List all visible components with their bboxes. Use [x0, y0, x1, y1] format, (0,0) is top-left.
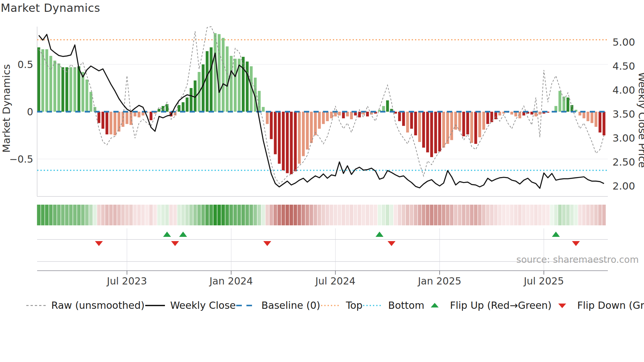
heatmap-cell — [398, 205, 402, 225]
heatmap-cell — [302, 205, 305, 225]
dynamics-bar — [366, 112, 369, 116]
dynamics-bar — [314, 112, 317, 135]
dynamics-bar — [482, 112, 485, 130]
right-tick-label: 5.00 — [612, 36, 635, 48]
heatmap-cell — [350, 205, 353, 225]
heatmap-cell — [498, 205, 502, 225]
heatmap-cell — [165, 205, 169, 225]
heatmap-cell — [386, 205, 389, 225]
dynamics-bar — [430, 112, 433, 157]
legend-item-4: Bottom — [362, 300, 424, 311]
heatmap-cell — [125, 205, 129, 225]
dynamics-bar — [85, 79, 88, 112]
dynamics-bar — [338, 112, 341, 116]
heatmap-cell — [149, 205, 153, 225]
gridlines — [37, 27, 608, 196]
heatmap-cell — [238, 205, 241, 225]
flip-up-markers — [163, 232, 560, 237]
dynamics-bar — [37, 47, 40, 112]
dynamics-bar — [190, 88, 193, 112]
legend: Raw (unsmoothed)Weekly CloseBaseline (0)… — [26, 300, 620, 311]
heatmap-cell — [181, 205, 185, 225]
dynamics-bar — [486, 112, 489, 124]
legend-label: Flip Down (Green→Red) — [577, 300, 644, 311]
dynamics-bar — [398, 112, 401, 121]
legend-label: Bottom — [388, 300, 424, 311]
dynamics-bar — [102, 112, 104, 129]
legend-item-0: Raw (unsmoothed) — [26, 300, 145, 311]
legend-item-2: Baseline (0) — [236, 300, 320, 311]
heatmap-cell — [470, 205, 473, 225]
legend-item-6: Flip Down (Green→Red) — [552, 300, 644, 311]
dynamics-bar — [230, 56, 233, 112]
flip-up-triangle — [376, 232, 383, 237]
dynamics-bar — [438, 112, 441, 151]
heatmap-cell — [145, 205, 149, 225]
heatmap-cell — [109, 205, 113, 225]
right-tick-label: 4.50 — [612, 60, 635, 72]
heatmap-strip — [37, 205, 606, 225]
heatmap-cell — [173, 205, 177, 225]
heatmap-cell — [590, 205, 594, 225]
dynamics-bar — [109, 112, 112, 134]
heatmap-cell — [81, 205, 85, 225]
heatmap-cell — [442, 205, 446, 225]
flip-up-triangle — [552, 232, 560, 237]
heatmap-cell — [242, 205, 245, 225]
left-tick-label: 0 — [27, 106, 33, 118]
heatmap-cell — [133, 205, 137, 225]
heatmap-cell — [249, 205, 253, 225]
heatmap-cell — [358, 205, 361, 225]
dynamics-bar — [406, 112, 409, 132]
heatmap-cell — [502, 205, 506, 225]
heatmap-cell — [258, 205, 261, 225]
heatmap-cell — [374, 205, 377, 225]
heatmap-cell — [394, 205, 397, 225]
heatmap-cell — [141, 205, 145, 225]
right-axis-title: Weekly Close Price — [636, 72, 644, 168]
dynamics-bar — [478, 112, 481, 137]
dynamics-bar — [266, 112, 269, 124]
heatmap-cell — [229, 205, 233, 225]
flip-down-triangle — [572, 241, 580, 246]
dynamics-bar — [302, 112, 305, 156]
x-axis: Jul 2023Jan 2024Jul 2024Jan 2025Jul 2025 — [106, 271, 564, 287]
heatmap-cell — [53, 205, 57, 225]
heatmap-cell — [438, 205, 442, 225]
heatmap-cell — [382, 205, 385, 225]
heatmap-cell — [594, 205, 598, 225]
dynamics-bar — [583, 112, 586, 118]
heatmap-cell — [201, 205, 205, 225]
heatmap-cell — [205, 205, 209, 225]
dynamics-bar — [270, 112, 273, 139]
dynamics-bar — [126, 112, 128, 124]
dynamics-bar — [586, 112, 589, 121]
dynamics-bar — [162, 106, 165, 112]
heatmap-cell — [570, 205, 574, 225]
heatmap-cell — [185, 205, 189, 225]
heatmap-cell — [354, 205, 357, 225]
dynamics-bar — [306, 112, 309, 149]
dynamics-bar — [446, 112, 449, 144]
heatmap-cell — [233, 205, 237, 225]
heatmap-cell — [293, 205, 297, 225]
dynamics-bar — [234, 59, 237, 112]
heatmap-cell — [121, 205, 125, 225]
dynamics-bar — [290, 112, 293, 174]
heatmap-cell — [298, 205, 301, 225]
heatmap-cell — [189, 205, 193, 225]
dynamics-bar — [138, 112, 141, 117]
heatmap-cell — [494, 205, 497, 225]
dynamics-bar — [330, 112, 333, 118]
heatmap-cell — [273, 205, 277, 225]
dynamics-bar — [470, 112, 473, 143]
heatmap-cell — [65, 205, 69, 225]
heatmap-cell — [542, 205, 546, 225]
dynamics-bar — [326, 112, 329, 121]
flip-down-triangle — [263, 241, 271, 246]
heatmap-cell — [418, 205, 422, 225]
heatmap-cell — [326, 205, 329, 225]
heatmap-cell — [378, 205, 381, 225]
dynamics-bar — [298, 112, 301, 164]
heatmap-cell — [218, 205, 221, 225]
